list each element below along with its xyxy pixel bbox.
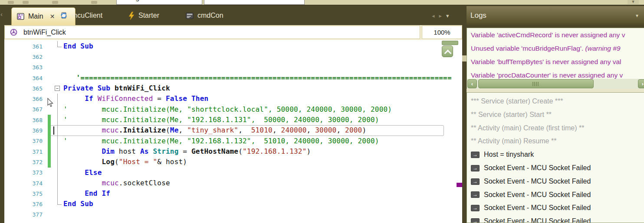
sub-object-icon xyxy=(10,29,17,36)
zoom-value: 100% xyxy=(434,29,450,36)
scroll-right-button[interactable]: › xyxy=(638,79,644,88)
chevron-left-icon: ‹ xyxy=(471,81,473,87)
log-entry: →Socket Event - MCU Socket Failed xyxy=(467,175,644,188)
code-line[interactable]: 368' mcuc.Initialize(Me, "192.168.1.131"… xyxy=(4,115,462,125)
code-line[interactable]: 367' mcuc.Initialize(Me, "shorttclock.lo… xyxy=(4,104,462,115)
line-number: 361 xyxy=(4,43,47,50)
sub-selector-combobox[interactable]: btnWiFi_Click xyxy=(4,26,420,39)
code-text: Private Sub btnWiFi_Click xyxy=(63,83,462,94)
change-marker-column xyxy=(47,146,52,157)
fold-column[interactable]: − xyxy=(52,83,63,94)
log-arrow-icon: → xyxy=(471,205,480,211)
code-line[interactable]: 364 '===================================… xyxy=(4,73,462,83)
warning-message: Variable 'buffTempBytes' is never assign… xyxy=(467,55,644,68)
line-number: 375 xyxy=(4,191,47,197)
code-line[interactable]: 369 mcuc.Initialize(Me, "tiny_shark", 51… xyxy=(4,125,462,136)
code-line[interactable]: 371 Dim host As String = GetHostName("19… xyxy=(4,146,462,157)
chevron-down-icon[interactable]: ▾ xyxy=(636,13,638,19)
bookmark-marker[interactable] xyxy=(457,183,462,187)
log-entry: →Host = tinyshark xyxy=(467,148,644,162)
line-number: 373 xyxy=(4,169,47,176)
logs-divider xyxy=(467,89,644,92)
tab-mcuclient-label: mcuClient xyxy=(72,12,102,19)
warnings-horizontal-scrollbar[interactable]: ‹ › xyxy=(467,79,644,89)
scrollbar-thumb[interactable] xyxy=(478,79,594,88)
log-entry: ** Activity (main) Resume ** xyxy=(467,135,644,148)
fold-column xyxy=(52,146,63,157)
run-mode-combobox[interactable]: Debug xyxy=(116,0,202,5)
panel-splitter[interactable] xyxy=(462,55,467,61)
toolbar-overflow-dropdown[interactable]: ▼ xyxy=(628,0,639,4)
scrollbar-pill[interactable] xyxy=(442,41,458,45)
toolbar-icon[interactable] xyxy=(52,1,58,4)
code-text: If WiFiConnected = False Then xyxy=(63,94,462,104)
fold-column xyxy=(52,115,63,125)
toolbar-icon[interactable] xyxy=(8,1,14,4)
line-number: 363 xyxy=(4,64,47,71)
code-line[interactable]: 370' mcuc.Initialize(Me, "192.168.1.132"… xyxy=(4,136,462,146)
line-number: 376 xyxy=(4,201,47,207)
line-number: 377 xyxy=(4,211,47,218)
device-combobox[interactable] xyxy=(204,0,305,5)
change-marker-column xyxy=(47,62,52,73)
fold-column xyxy=(52,199,63,209)
change-marker-column xyxy=(47,157,52,167)
fold-column xyxy=(52,157,63,167)
fold-column xyxy=(52,210,63,220)
lightning-icon xyxy=(128,12,135,20)
toolbar-icon[interactable] xyxy=(91,1,97,4)
code-line[interactable]: 374 mcuc.socketClose xyxy=(4,178,462,188)
log-entry-text: ** Activity (main) Create (first time) *… xyxy=(471,122,584,135)
code-line[interactable]: 372 Log("Host = "& host) xyxy=(4,157,462,167)
code-editor[interactable]: 361End Sub362363364 '===================… xyxy=(4,40,462,223)
code-line[interactable]: 363 xyxy=(4,62,462,73)
line-number: 362 xyxy=(4,54,47,60)
line-number: 364 xyxy=(4,75,47,81)
tab-main-label: Main xyxy=(28,13,43,20)
log-arrow-icon: → xyxy=(471,178,480,185)
code-line[interactable]: 366 If WiFiConnected = False Then xyxy=(4,94,462,104)
code-line[interactable]: 365−Private Sub btnWiFi_Click xyxy=(4,83,462,94)
fold-column xyxy=(52,188,63,199)
fold-column xyxy=(52,52,63,62)
chevron-right-icon: › xyxy=(642,81,644,87)
log-entry-text: Socket Event - MCU Socket Failed xyxy=(484,188,591,202)
tab-nav-prev-icon[interactable]: ◂ xyxy=(430,13,437,19)
runtime-log-pane[interactable]: *** Service (starter) Create ***** Servi… xyxy=(467,92,644,223)
code-line[interactable]: 373 Else xyxy=(4,168,462,178)
code-line[interactable]: 376End Sub xyxy=(4,199,462,209)
log-arrow-icon: → xyxy=(471,152,480,158)
editor-zoom-level[interactable]: 100% xyxy=(422,26,462,39)
line-number: 367 xyxy=(4,106,47,113)
scroll-up-button[interactable] xyxy=(442,45,453,57)
change-marker-column xyxy=(47,52,52,62)
fold-column xyxy=(52,168,63,178)
code-line[interactable]: 377 xyxy=(4,210,462,220)
log-entry-text: Host = tinyshark xyxy=(484,148,534,162)
log-entry: →Socket Event - MCU Socket Failed xyxy=(467,201,644,215)
chevron-down-icon: ▼ xyxy=(631,0,635,4)
mouse-cursor xyxy=(47,98,54,107)
code-text: ' mcuc.Initialize(Me, "192.168.1.131", 5… xyxy=(63,115,462,125)
close-icon[interactable]: ✕ xyxy=(50,13,55,20)
log-entry: →Socket Event - MCU Socket Failed xyxy=(467,215,644,223)
code-line[interactable]: 362 xyxy=(4,52,462,62)
scroll-left-button[interactable]: ‹ xyxy=(467,79,477,88)
code-line[interactable]: 375 End If xyxy=(4,188,462,199)
tab-starter[interactable]: Starter xyxy=(128,6,159,25)
tab-mcuclient[interactable]: mcuClient xyxy=(60,6,102,25)
code-text: End Sub xyxy=(63,41,462,52)
tab-cmdcon[interactable]: cmdCon xyxy=(186,6,223,25)
log-arrow-icon: → xyxy=(471,165,480,171)
code-line[interactable]: 361End Sub xyxy=(4,41,462,52)
tab-starter-label: Starter xyxy=(138,12,159,19)
change-marker-column xyxy=(47,210,52,220)
run-mode-value: Debug xyxy=(120,0,139,1)
logs-panel-header[interactable]: Logs ▾ xyxy=(467,6,644,25)
tab-nav-next-icon[interactable]: ▸ xyxy=(437,13,444,19)
toolbar-icon[interactable] xyxy=(23,1,29,4)
tab-nav-more-icon[interactable]: ▾ xyxy=(444,13,451,19)
tab-scroll-left-icon[interactable]: ‹ xyxy=(0,10,3,18)
code-line[interactable]: 378 xyxy=(4,220,462,223)
log-entry-text: *** Service (starter) Create *** xyxy=(471,95,563,108)
